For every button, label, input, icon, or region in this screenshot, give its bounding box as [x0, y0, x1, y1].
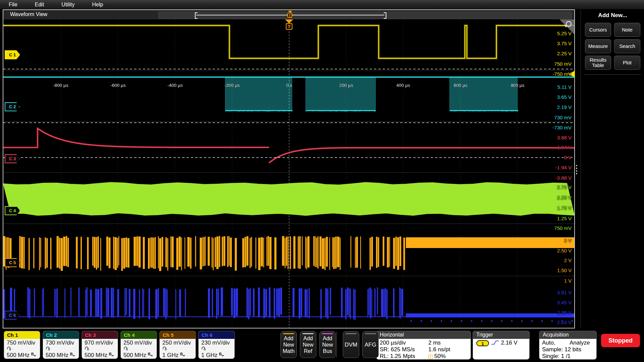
time-tick-label: 200 µs: [333, 83, 360, 88]
probe-icon: [201, 346, 234, 351]
rising-edge-icon: [491, 340, 499, 346]
time-tick-label: 800 µs: [504, 83, 531, 88]
plot-trigger-flag[interactable]: T: [285, 19, 293, 31]
channel-card-ch-5[interactable]: Ch 5250 mV/div1 GHz Bw: [160, 331, 196, 359]
channel-card-title: Ch 5: [160, 331, 196, 339]
channel-card-title: Ch 4: [121, 331, 157, 339]
acq-single: Single: 1 /1: [542, 353, 594, 359]
time-tick-label: -400 µs: [162, 83, 189, 88]
add-new-ref-button[interactable]: Add New Ref: [300, 331, 316, 358]
probe-icon: [7, 346, 40, 351]
channel-card-ch-4[interactable]: Ch 4250 mV/div500 MHz Bw: [121, 331, 157, 359]
plot-button[interactable]: Plot: [614, 56, 640, 70]
time-tick-label: -600 µs: [105, 83, 131, 88]
panel-splitter-grip[interactable]: [576, 165, 578, 174]
settings-bar: Horizontal 200 µs/div 2 ms SR: 625 MS/s …: [0, 329, 644, 362]
acquisition-title: Acquisition: [539, 331, 596, 339]
channel-bandwidth: 1 GHz Bw: [201, 351, 234, 359]
probe-icon: [123, 346, 157, 351]
channel-bandwidth: 500 MHz Bw: [123, 351, 157, 359]
channel-scale: 970 mV/div: [85, 340, 118, 346]
acq-mode: Auto,: [542, 340, 570, 346]
probe-icon: [162, 346, 196, 351]
channel-bandwidth: 1 GHz Bw: [162, 351, 196, 359]
slice-separator: [3, 276, 574, 276]
channel-card-ch-3[interactable]: Ch 3970 mV/div500 MHz Bw: [82, 331, 118, 359]
trigger-position-icon: T: [428, 355, 433, 359]
probe-icon: [46, 346, 79, 351]
waveform-plot-area[interactable]: T C 15.25 V3.75 V2.25 V750 mV-750 mVC 25…: [3, 19, 574, 328]
acq-sample: Sample: 12 bits: [542, 346, 594, 353]
time-tick-label: -200 µs: [219, 83, 246, 88]
channel-bandwidth: 500 MHz Bw: [7, 351, 40, 359]
channel-scale: 230 mV/div: [201, 340, 234, 346]
time-tick-label: 400 µs: [390, 83, 417, 88]
horizontal-scale: 200 µs/div: [380, 340, 428, 346]
cursors-button[interactable]: Cursors: [585, 23, 611, 37]
waveform-view-panel: Waveform View T T C 15.25 V3.75 V2.25 V7…: [3, 9, 575, 328]
menu-utility[interactable]: Utility: [53, 0, 83, 9]
trigger-level: 2.16 V: [501, 340, 517, 346]
trigger-source-badge: 1: [476, 340, 489, 346]
results-table-button[interactable]: Results Table: [585, 56, 611, 70]
channel-bandwidth: 500 MHz Bw: [85, 351, 118, 359]
overview-right-bracket[interactable]: [384, 12, 386, 19]
trigger-position: T 50%: [428, 353, 446, 359]
position-percent: 50%: [434, 353, 446, 359]
channel-scale: 250 mV/div: [162, 340, 196, 346]
add-new-panel: Add New... CursorsNoteMeasureSearchResul…: [581, 9, 644, 328]
waveform-view-title: Waveform View: [10, 11, 47, 17]
channel-card-ch-2[interactable]: Ch 2730 mV/div500 MHz Bw: [43, 331, 79, 359]
menu-file[interactable]: File: [0, 0, 26, 9]
menu-bar: FileEditUtilityHelp: [0, 0, 644, 9]
waveform-traces: [3, 19, 574, 328]
slice-separator: [3, 70, 574, 71]
search-button[interactable]: Search: [614, 39, 640, 53]
trigger-t-icon: T: [286, 23, 292, 30]
channel-scale: 250 mV/div: [123, 340, 157, 346]
channel-bandwidth: 500 MHz Bw: [46, 351, 79, 359]
record-length: RL: 1.25 Mpts: [380, 353, 428, 359]
run-stop-status-button[interactable]: Stopped: [601, 334, 640, 347]
trigger-settings-card[interactable]: Trigger 1 2.16 V: [473, 331, 529, 359]
acq-analyze: Analyze: [570, 340, 590, 346]
probe-icon: [85, 346, 118, 351]
note-button[interactable]: Note: [614, 23, 640, 37]
trigger-t-icon: T: [287, 13, 292, 18]
overview-left-bracket[interactable]: [195, 12, 198, 19]
slice-separator: [3, 172, 574, 173]
channel-card-title: Ch 1: [4, 331, 40, 339]
record-overview-strip[interactable]: T: [158, 12, 572, 19]
add-new-buttons: CursorsNoteMeasureSearchResults TablePlo…: [581, 23, 644, 70]
panel-divider: [584, 74, 641, 75]
channel-card-title: Ch 6: [199, 331, 234, 339]
channel-scale: 750 mV/div: [7, 340, 40, 346]
waveform-view-header: Waveform View T: [3, 10, 574, 19]
time-tick-label: -800 µs: [47, 83, 74, 88]
horizontal-settings-card[interactable]: Horizontal 200 µs/div 2 ms SR: 625 MS/s …: [376, 331, 471, 359]
channel-card-ch-6[interactable]: Ch 6230 mV/div1 GHz Bw: [199, 331, 234, 359]
resolution: 1.6 ns/pt: [428, 346, 450, 353]
menu-help[interactable]: Help: [83, 0, 112, 9]
toolbar-separator: [336, 332, 337, 357]
add-new-math-button[interactable]: Add New Math: [280, 331, 297, 358]
channel-scale: 730 mV/div: [46, 340, 79, 346]
menu-edit[interactable]: Edit: [26, 0, 53, 9]
measure-button[interactable]: Measure: [585, 39, 611, 53]
slice-separator: [3, 224, 574, 224]
sample-rate: SR: 625 MS/s: [380, 346, 428, 353]
channel-card-ch-1[interactable]: Ch 1750 mV/div500 MHz Bw: [4, 331, 40, 359]
overview-trigger-marker[interactable]: T: [287, 11, 293, 19]
dvm-button[interactable]: DVM: [343, 331, 359, 358]
slice-separator: [3, 121, 574, 122]
acquisition-settings-card[interactable]: Acquisition Auto, Analyze Sample: 12 bit…: [539, 331, 596, 359]
trigger-level-arrow-icon[interactable]: [568, 71, 575, 77]
afg-button[interactable]: AFG: [362, 331, 379, 358]
time-tick-label: 0 s: [276, 83, 303, 88]
channel-card-title: Ch 2: [43, 331, 79, 339]
channel-card-title: Ch 3: [82, 331, 118, 339]
trigger-title: Trigger: [473, 331, 529, 339]
horizontal-title: Horizontal: [376, 331, 471, 339]
add-new-bus-button[interactable]: Add New Bus: [319, 331, 336, 358]
magnifier-icon: [566, 21, 572, 27]
